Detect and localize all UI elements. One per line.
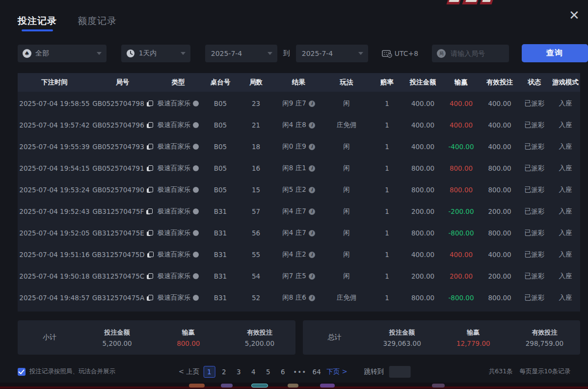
cell-type: 极速百家乐: [154, 272, 203, 281]
table-row: 2025-07-04 19:51:16GB312570475D极速百家乐B315…: [18, 244, 580, 265]
copy-icon[interactable]: [147, 165, 153, 172]
info-icon[interactable]: i: [309, 101, 315, 107]
page-number[interactable]: 64: [311, 366, 322, 378]
info-icon[interactable]: i: [309, 144, 315, 150]
page-number[interactable]: 5: [262, 366, 274, 378]
info-icon[interactable]: i: [309, 295, 315, 301]
copy-icon[interactable]: [147, 144, 153, 150]
info-dot-icon[interactable]: [193, 295, 199, 301]
cell-winloss: -400.00: [441, 143, 481, 151]
info-icon[interactable]: i: [309, 252, 315, 258]
cell-games: 21: [238, 121, 274, 129]
page-number[interactable]: 4: [247, 366, 259, 378]
cell-mode: 入座: [551, 207, 580, 216]
copy-icon[interactable]: [147, 273, 153, 280]
info-dot-icon[interactable]: [193, 252, 199, 258]
date-from-picker[interactable]: 2025-7-4: [205, 45, 277, 62]
subtotal-label: 小计: [18, 333, 81, 342]
copy-icon[interactable]: [146, 208, 152, 215]
info-dot-icon[interactable]: [193, 144, 199, 150]
cell-result: 闲7 庄5i: [274, 272, 323, 281]
bet-records-dialog: ✕ 投注记录额度记录 ♠ 全部 1天内 2025-7-4 到 2025-7-4 …: [0, 0, 588, 383]
copy-icon[interactable]: [147, 295, 153, 301]
subtotal-valid-bet: 有效投注 5,200.00: [224, 328, 295, 347]
column-header: 类型: [154, 78, 203, 87]
cell-odds: 1: [370, 143, 404, 151]
cell-valid: 800.00: [481, 164, 518, 172]
cell-valid: 400.00: [481, 251, 518, 259]
info-dot-icon[interactable]: [193, 101, 199, 106]
date-to-picker[interactable]: 2025-7-4: [296, 45, 368, 62]
time-range-select[interactable]: 1天内: [121, 45, 190, 62]
cell-type: 极速百家乐: [154, 99, 203, 108]
info-dot-icon[interactable]: [193, 273, 199, 279]
column-header: 局数: [238, 78, 274, 87]
copy-icon[interactable]: [147, 122, 153, 129]
calendar-clock-icon: [382, 49, 393, 58]
page-number[interactable]: 2: [218, 366, 230, 378]
cell-mode: 入座: [551, 142, 580, 151]
page-number[interactable]: 1: [203, 366, 215, 378]
cell-time: 2025-07-04 19:52:43: [18, 207, 91, 215]
cell-valid: 800.00: [481, 229, 518, 237]
info-icon[interactable]: i: [309, 122, 315, 129]
cell-valid: 400.00: [481, 100, 518, 107]
copy-icon[interactable]: [147, 101, 153, 107]
info-dot-icon[interactable]: [193, 208, 199, 214]
next-page-button[interactable]: 下页 >: [325, 367, 348, 376]
cell-bet: 800.00: [404, 229, 441, 237]
close-icon[interactable]: ✕: [567, 9, 581, 23]
info-icon[interactable]: i: [309, 165, 315, 172]
cell-time: 2025-07-04 19:55:39: [18, 143, 91, 151]
cell-time: 2025-07-04 19:52:05: [18, 229, 91, 237]
info-icon[interactable]: i: [309, 230, 315, 236]
tab-1[interactable]: 额度记录: [78, 15, 117, 31]
table-row: 2025-07-04 19:58:55GB0525704798极速百家乐B052…: [18, 93, 580, 114]
footer-bar: 投注记录按照局、玩法合并展示 < 上页 123456•••64 下页 > 跳转到…: [18, 367, 570, 376]
cell-odds: 1: [370, 164, 404, 172]
cell-type: 极速百家乐: [154, 229, 203, 237]
info-icon[interactable]: i: [309, 273, 315, 280]
cell-round: GB0525704790: [91, 186, 154, 194]
info-dot-icon[interactable]: [193, 165, 199, 171]
jump-page-input[interactable]: [389, 366, 410, 378]
pagination-ellipsis[interactable]: •••: [292, 366, 308, 378]
info-dot-icon[interactable]: [193, 122, 199, 128]
table-row: 2025-07-04 19:52:43GB312570475F极速百家乐B315…: [18, 201, 580, 222]
prev-page-button[interactable]: < 上页: [178, 367, 201, 376]
query-button[interactable]: 查询: [522, 44, 588, 62]
copy-icon[interactable]: [147, 252, 153, 258]
pagination-pages: 123456•••64: [203, 366, 322, 378]
cell-odds: 1: [370, 100, 404, 107]
cell-games: 18: [238, 143, 274, 151]
chevron-down-icon: [358, 52, 363, 55]
page-number[interactable]: 6: [277, 366, 289, 378]
cell-mode: 入座: [551, 99, 580, 108]
info-icon[interactable]: i: [309, 208, 315, 215]
cell-status: 已派彩: [518, 142, 551, 151]
page-number[interactable]: 3: [233, 366, 244, 378]
cell-round: GB0525704791: [91, 164, 154, 172]
cell-type: 极速百家乐: [154, 121, 203, 130]
cell-result: 闲9 庄7i: [274, 99, 323, 108]
info-dot-icon[interactable]: [193, 230, 199, 236]
cell-type: 极速百家乐: [154, 250, 203, 259]
cell-winloss: 800.00: [441, 164, 481, 172]
cell-round: GB0525704798: [91, 100, 154, 107]
merge-checkbox[interactable]: [18, 368, 26, 376]
cell-play: 闲: [323, 272, 370, 281]
tab-0[interactable]: 投注记录: [18, 15, 57, 31]
background-game-strip: [0, 383, 588, 389]
cell-valid: 800.00: [481, 186, 518, 194]
merge-label: 投注记录按照局、玩法合并展示: [29, 367, 115, 376]
info-icon[interactable]: i: [309, 187, 315, 193]
cell-odds: 1: [370, 251, 404, 259]
copy-icon[interactable]: [147, 187, 153, 193]
copy-icon[interactable]: [147, 230, 153, 236]
game-type-select[interactable]: ♠ 全部: [18, 45, 107, 62]
round-number-input[interactable]: [450, 49, 504, 58]
total-winloss: 输赢 12,779.00: [438, 328, 509, 347]
cell-result: 闲4 庄2i: [274, 250, 323, 259]
cell-odds: 1: [370, 294, 404, 302]
info-dot-icon[interactable]: [193, 187, 199, 193]
